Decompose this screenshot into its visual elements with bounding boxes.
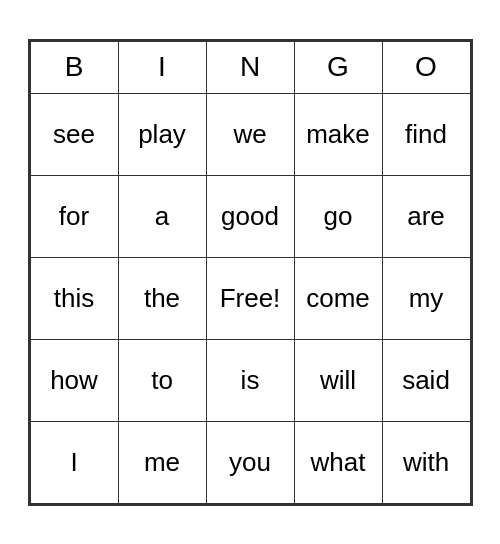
table-row: foragoodgoare [30, 175, 470, 257]
table-cell: to [118, 339, 206, 421]
header-n: N [206, 41, 294, 93]
table-row: seeplaywemakefind [30, 93, 470, 175]
bingo-table: B I N G O seeplaywemakefindforagoodgoare… [30, 41, 471, 504]
bingo-card: B I N G O seeplaywemakefindforagoodgoare… [28, 39, 473, 506]
table-cell: this [30, 257, 118, 339]
table-cell: good [206, 175, 294, 257]
table-cell: you [206, 421, 294, 503]
table-cell: go [294, 175, 382, 257]
table-cell: make [294, 93, 382, 175]
table-cell: said [382, 339, 470, 421]
table-cell: for [30, 175, 118, 257]
header-i: I [118, 41, 206, 93]
header-g: G [294, 41, 382, 93]
table-cell: with [382, 421, 470, 503]
table-row: howtoiswillsaid [30, 339, 470, 421]
header-row: B I N G O [30, 41, 470, 93]
table-cell: find [382, 93, 470, 175]
header-o: O [382, 41, 470, 93]
table-row: thistheFree!comemy [30, 257, 470, 339]
table-cell: my [382, 257, 470, 339]
table-row: Imeyouwhatwith [30, 421, 470, 503]
table-cell: the [118, 257, 206, 339]
table-cell: play [118, 93, 206, 175]
table-cell: is [206, 339, 294, 421]
table-cell: what [294, 421, 382, 503]
table-cell: are [382, 175, 470, 257]
table-cell: Free! [206, 257, 294, 339]
table-cell: see [30, 93, 118, 175]
table-cell: will [294, 339, 382, 421]
table-cell: a [118, 175, 206, 257]
table-cell: me [118, 421, 206, 503]
table-cell: we [206, 93, 294, 175]
table-cell: come [294, 257, 382, 339]
header-b: B [30, 41, 118, 93]
table-cell: I [30, 421, 118, 503]
table-cell: how [30, 339, 118, 421]
